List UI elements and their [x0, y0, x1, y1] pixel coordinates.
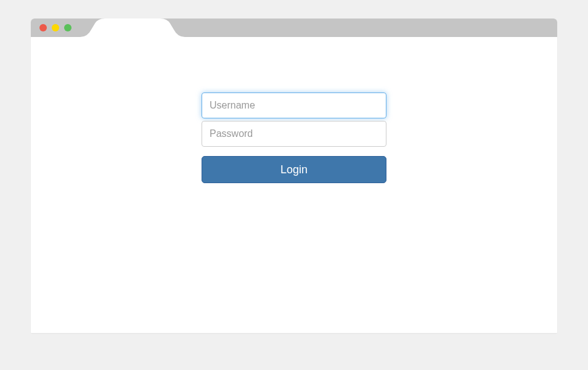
maximize-icon[interactable] [64, 24, 71, 31]
browser-tab[interactable] [80, 18, 185, 37]
close-icon[interactable] [39, 24, 47, 31]
password-input[interactable] [202, 121, 386, 147]
browser-window: Login [31, 18, 557, 333]
login-button[interactable]: Login [202, 156, 386, 183]
browser-titlebar [31, 18, 557, 37]
browser-content: Login [31, 37, 557, 333]
username-input[interactable] [202, 92, 386, 118]
minimize-icon[interactable] [52, 24, 59, 31]
login-form: Login [202, 92, 386, 333]
traffic-lights [39, 24, 71, 31]
